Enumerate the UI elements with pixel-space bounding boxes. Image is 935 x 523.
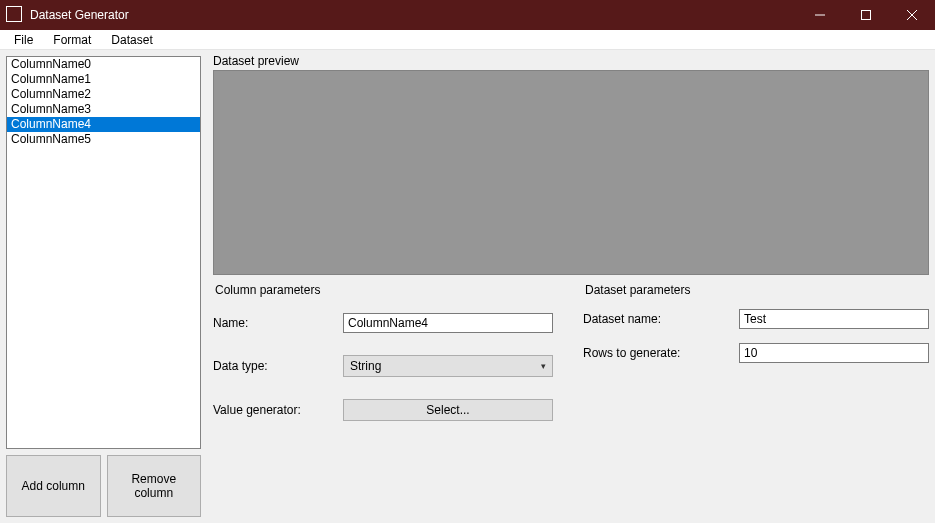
svg-rect-1 xyxy=(862,11,871,20)
rows-generate-input[interactable] xyxy=(739,343,929,363)
title-bar: Dataset Generator xyxy=(0,0,935,30)
column-name-input[interactable] xyxy=(343,313,553,333)
preview-title: Dataset preview xyxy=(207,52,929,70)
dataset-name-label: Dataset name: xyxy=(583,312,739,326)
list-item[interactable]: ColumnName0 xyxy=(7,57,200,72)
list-item[interactable]: ColumnName3 xyxy=(7,102,200,117)
params-row: Column parameters Name: Data type: Strin… xyxy=(207,283,929,421)
value-generator-label: Value generator: xyxy=(213,403,343,417)
add-column-button[interactable]: Add column xyxy=(6,455,101,517)
preview-box xyxy=(213,70,929,275)
rows-generate-row: Rows to generate: xyxy=(583,343,929,363)
menu-format[interactable]: Format xyxy=(43,31,101,49)
chevron-down-icon: ▾ xyxy=(541,361,546,371)
dataset-params-title: Dataset parameters xyxy=(583,283,929,299)
column-parameters-group: Column parameters Name: Data type: Strin… xyxy=(213,283,571,421)
menu-dataset[interactable]: Dataset xyxy=(101,31,162,49)
minimize-button[interactable] xyxy=(797,0,843,30)
rows-generate-label: Rows to generate: xyxy=(583,346,739,360)
data-type-value: String xyxy=(350,359,381,373)
list-item[interactable]: ColumnName2 xyxy=(7,87,200,102)
main-area: ColumnName0ColumnName1ColumnName2ColumnN… xyxy=(0,50,935,523)
close-button[interactable] xyxy=(889,0,935,30)
list-item[interactable]: ColumnName1 xyxy=(7,72,200,87)
dataset-name-input[interactable] xyxy=(739,309,929,329)
column-buttons: Add column Remove column xyxy=(6,455,201,517)
remove-column-button[interactable]: Remove column xyxy=(107,455,202,517)
data-type-label: Data type: xyxy=(213,359,343,373)
column-params-title: Column parameters xyxy=(213,283,571,299)
menu-file[interactable]: File xyxy=(4,31,43,49)
right-pane: Dataset preview Column parameters Name: … xyxy=(207,50,935,523)
column-name-label: Name: xyxy=(213,316,343,330)
value-gen-row: Value generator: Select... xyxy=(213,399,571,421)
minimize-icon xyxy=(815,10,825,20)
data-type-combo[interactable]: String ▾ xyxy=(343,355,553,377)
window-title: Dataset Generator xyxy=(30,8,129,22)
window-controls xyxy=(797,0,935,30)
left-pane: ColumnName0ColumnName1ColumnName2ColumnN… xyxy=(0,50,207,523)
column-list[interactable]: ColumnName0ColumnName1ColumnName2ColumnN… xyxy=(6,56,201,449)
column-name-row: Name: xyxy=(213,313,571,333)
maximize-button[interactable] xyxy=(843,0,889,30)
dataset-parameters-group: Dataset parameters Dataset name: Rows to… xyxy=(583,283,929,421)
dataset-name-row: Dataset name: xyxy=(583,309,929,329)
list-item[interactable]: ColumnName4 xyxy=(7,117,200,132)
maximize-icon xyxy=(861,10,871,20)
app-icon xyxy=(8,8,22,22)
menu-bar: File Format Dataset xyxy=(0,30,935,50)
preview-group: Dataset preview xyxy=(207,52,929,275)
list-item[interactable]: ColumnName5 xyxy=(7,132,200,147)
data-type-row: Data type: String ▾ xyxy=(213,355,571,377)
value-generator-select-button[interactable]: Select... xyxy=(343,399,553,421)
close-icon xyxy=(907,10,917,20)
